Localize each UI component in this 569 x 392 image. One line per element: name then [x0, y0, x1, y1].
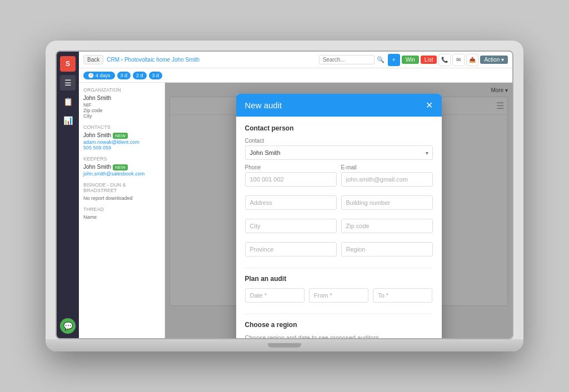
province-group — [245, 242, 337, 257]
phone-group: Phone — [245, 164, 337, 187]
keeper1-badge: NEW — [113, 164, 128, 170]
bisnode-status: No report downloaded — [83, 195, 160, 201]
phone-input[interactable] — [245, 172, 337, 187]
sidebar-icon-docs[interactable]: 📋 — [60, 94, 76, 109]
modal-body: Contact person Contact John Smith ▾ — [236, 117, 442, 338]
to-group — [373, 288, 432, 303]
phone-label: Phone — [245, 164, 337, 170]
region-group — [341, 242, 433, 257]
region-input[interactable] — [341, 242, 433, 257]
divider-2 — [245, 314, 433, 314]
topbar: Back CRM › Photovoltaic home John Smith … — [79, 52, 512, 68]
phone-email-row: Phone E-mail — [245, 164, 433, 191]
divider-1 — [245, 268, 433, 268]
address-building-row — [245, 195, 433, 214]
contact-select[interactable]: John Smith — [245, 145, 433, 160]
sidebar-logo: S — [60, 56, 76, 72]
contact1-phone[interactable]: 505 509 059 — [83, 145, 160, 150]
org-label: Organization — [83, 87, 160, 93]
contact-label: Contact — [245, 138, 433, 144]
keepers-label: Keepers — [83, 156, 160, 162]
topbar-actions: + Win List 📞 ✉ 📤 Action ▾ — [388, 54, 508, 66]
zip-input[interactable] — [341, 219, 433, 233]
add-button[interactable]: + — [388, 54, 400, 66]
sidebar-icon-chart[interactable]: 📊 — [60, 113, 76, 128]
contact-select-wrapper: John Smith ▾ — [245, 145, 433, 160]
tab-2d[interactable]: 2 d — [133, 72, 147, 79]
subtoolbar: 🕓 4 days 3 d 2 d 3 d — [79, 68, 512, 83]
thread-label: Thread — [83, 207, 160, 212]
new-audit-modal: New audit ✕ Contact person Contact — [236, 94, 442, 338]
modal-header: New audit ✕ — [236, 94, 442, 117]
region-hint: Choose region and date to see proposed a… — [245, 334, 433, 338]
email-icon-btn[interactable]: ✉ — [452, 54, 465, 66]
email-label: E-mail — [341, 164, 433, 170]
province-input[interactable] — [245, 242, 337, 257]
city-zip-row — [245, 219, 433, 238]
address-input[interactable] — [245, 195, 337, 210]
contact1-badge: NEW — [113, 133, 128, 139]
city-input[interactable] — [245, 219, 337, 233]
contact1-email[interactable]: adam.nowak@klient.com — [83, 139, 160, 145]
action-button[interactable]: Action ▾ — [480, 56, 508, 64]
search-input[interactable] — [319, 55, 375, 64]
lost-button[interactable]: List — [421, 56, 437, 64]
nif-label: NIF — [83, 102, 160, 108]
contact-field-group: Contact John Smith ▾ — [245, 138, 433, 160]
back-button[interactable]: Back — [83, 55, 103, 64]
left-panel: Organization John Smith NIF Zip code Cit… — [79, 83, 165, 338]
main-area: Back CRM › Photovoltaic home John Smith … — [79, 52, 512, 338]
keeper1-name: John Smith — [83, 164, 111, 170]
zip-label: Zip code — [83, 108, 160, 113]
region-section-label: Choose a region — [245, 321, 433, 329]
address-group — [245, 195, 337, 210]
search-icon[interactable]: 🔍 — [377, 56, 385, 63]
keeper1-email[interactable]: john.smith@salesbook.com — [83, 171, 160, 177]
to-input[interactable] — [373, 288, 432, 303]
share-icon-btn[interactable]: 📤 — [466, 54, 478, 66]
modal-title: New audit — [245, 100, 282, 110]
tab-3d-1[interactable]: 3 d — [117, 72, 131, 79]
modal-overlay: New audit ✕ Contact person Contact — [165, 83, 512, 338]
date-input[interactable] — [245, 288, 305, 303]
contact-section-label: Contact person — [245, 124, 433, 132]
breadcrumb: CRM › Photovoltaic home John Smith — [107, 57, 199, 63]
from-group — [309, 288, 368, 303]
from-input[interactable] — [309, 288, 368, 303]
contacts-label: Contacts — [83, 124, 160, 130]
content-area: Organization John Smith NIF Zip code Cit… — [79, 83, 512, 338]
modal-close-button[interactable]: ✕ — [426, 101, 433, 110]
right-panel: More ▾ ☰ — [165, 83, 512, 338]
tab-3d-2[interactable]: 3 d — [149, 72, 163, 79]
thread-col: Name — [83, 214, 160, 220]
win-button[interactable]: Win — [402, 56, 419, 64]
city-group — [245, 219, 337, 233]
province-region-row — [245, 242, 433, 261]
bisnode-label: Bisnode - Dun & Bradstreet — [83, 182, 160, 193]
zip-group — [341, 219, 433, 233]
date-from-to-row — [245, 288, 433, 307]
sidebar: S ☰ 📋 📊 💬 — [57, 52, 79, 338]
sidebar-icon-chat[interactable]: 💬 — [60, 318, 76, 334]
org-name: John Smith — [83, 95, 160, 101]
city-label: City — [83, 113, 160, 119]
plan-section-label: Plan an audit — [245, 275, 433, 283]
building-input[interactable] — [341, 195, 433, 210]
search-area: 🔍 — [319, 55, 385, 64]
phone-icon-btn[interactable]: 📞 — [438, 54, 451, 66]
email-input[interactable] — [341, 172, 433, 187]
tab-4days[interactable]: 🕓 4 days — [83, 72, 115, 79]
date-group — [245, 288, 305, 303]
building-group — [341, 195, 433, 210]
sidebar-icon-menu[interactable]: ☰ — [60, 75, 76, 91]
contact1-name: John Smith — [83, 132, 111, 138]
clock-icon: 🕓 — [88, 73, 94, 78]
email-group: E-mail — [341, 164, 433, 187]
